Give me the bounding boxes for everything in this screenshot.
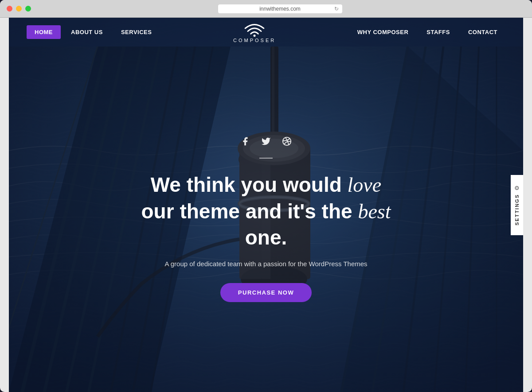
logo-text: COMPOSER	[233, 38, 276, 43]
headline-text-3: one.	[245, 226, 287, 249]
headline-text-2: our theme and it's the	[141, 200, 358, 223]
address-bar: innwithemes.com ↻	[35, 4, 525, 13]
purchase-button[interactable]: PURCHASE NOW	[220, 283, 312, 302]
nav-staffs[interactable]: STAFFS	[419, 25, 458, 39]
svg-point-32	[254, 35, 256, 37]
dribbble-icon[interactable]	[282, 136, 292, 149]
nav-why-composer[interactable]: WHY COMPOSER	[349, 25, 417, 39]
hero-subtitle: A group of dedicated team with a passion…	[164, 260, 367, 268]
mac-window: innwithemes.com ↻ +	[0, 0, 532, 392]
facebook-icon[interactable]	[240, 136, 250, 149]
logo-icon	[243, 21, 266, 37]
hero-content: We think you would love our theme and it…	[9, 47, 523, 392]
maximize-button[interactable]	[25, 6, 31, 12]
nav-home[interactable]: HOME	[27, 25, 61, 39]
nav-about[interactable]: ABOUT US	[63, 25, 111, 39]
headline-italic-2: best	[358, 200, 391, 223]
social-icons	[240, 136, 292, 149]
mac-titlebar: innwithemes.com ↻ +	[0, 0, 532, 18]
nav-left: HOME ABOUT US SERVICES	[27, 25, 160, 39]
logo[interactable]: COMPOSER	[233, 21, 276, 43]
nav-services[interactable]: SERVICES	[113, 25, 160, 39]
nav-contact[interactable]: CONTACT	[460, 25, 505, 39]
settings-label: SETTINGS	[514, 194, 520, 225]
minimize-button[interactable]	[16, 6, 22, 12]
browser-content: HOME ABOUT US SERVICES COMPOSER WHY COMP…	[9, 18, 523, 392]
settings-tab[interactable]: ⚙ SETTINGS	[511, 175, 523, 235]
navbar: HOME ABOUT US SERVICES COMPOSER WHY COMP…	[9, 18, 523, 47]
headline-italic-1: love	[348, 174, 382, 196]
hero-headline: We think you would love our theme and it…	[141, 172, 391, 251]
url-box[interactable]: innwithemes.com ↻	[218, 4, 342, 13]
twitter-icon[interactable]	[261, 136, 271, 149]
settings-gear-icon: ⚙	[514, 184, 520, 191]
close-button[interactable]	[7, 6, 12, 12]
headline-text-1: We think you would	[151, 173, 348, 196]
refresh-icon[interactable]: ↻	[334, 6, 339, 12]
social-divider	[259, 158, 273, 159]
nav-right: WHY COMPOSER STAFFS CONTACT	[349, 25, 505, 39]
url-text: innwithemes.com	[259, 6, 301, 12]
